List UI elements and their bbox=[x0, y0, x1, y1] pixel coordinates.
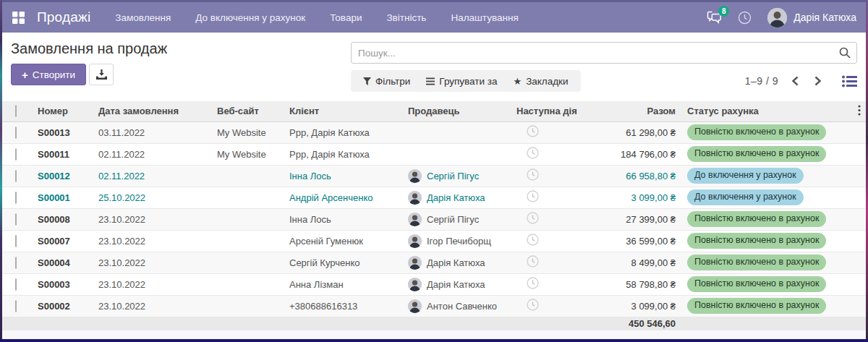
menu-to-invoice[interactable]: До включення у рахунок bbox=[195, 12, 305, 23]
activity-clock-icon[interactable] bbox=[527, 125, 539, 137]
salesperson-avatar bbox=[408, 278, 422, 291]
activity-clock-icon[interactable] bbox=[527, 168, 539, 181]
website-cell bbox=[211, 187, 284, 208]
row-checkbox[interactable] bbox=[15, 213, 17, 226]
invoice-status-cell: Повністю включено в рахунок bbox=[681, 121, 856, 143]
select-all-checkbox[interactable] bbox=[15, 105, 17, 117]
row-checkbox[interactable] bbox=[15, 235, 17, 247]
website-cell bbox=[211, 273, 284, 295]
customer-cell: Ррр, Дарія Катюха bbox=[284, 121, 402, 143]
search-options-bar: Фільтри Групувати за ★ Закладки bbox=[351, 70, 581, 92]
activities-button[interactable] bbox=[738, 11, 752, 25]
customer-cell: Андрій Арсенченко bbox=[284, 187, 402, 208]
salesperson-cell: Дарія Катюха bbox=[402, 187, 511, 208]
column-header-total[interactable]: Разом bbox=[583, 101, 681, 121]
menu-settings[interactable]: Налаштування bbox=[451, 12, 518, 23]
activity-clock-icon[interactable] bbox=[527, 255, 539, 268]
total-cell: 61 298,00 ₴ bbox=[583, 121, 681, 143]
column-header-invoice-status[interactable]: Статус рахунка bbox=[681, 101, 856, 121]
column-header-order-date[interactable]: Дата замовлення bbox=[93, 101, 211, 121]
table-row[interactable]: S00007 23.10.2022 Арсеній Гуменюк Ігор П… bbox=[0, 230, 868, 252]
salesperson-avatar bbox=[408, 234, 422, 248]
total-cell: 58 798,80 ₴ bbox=[583, 273, 681, 295]
menu-reporting[interactable]: Звітність bbox=[386, 12, 426, 23]
row-checkbox[interactable] bbox=[15, 170, 17, 182]
menu-orders[interactable]: Замовлення bbox=[115, 12, 171, 23]
order-date-cell: 03.11.2022 bbox=[93, 121, 211, 143]
salesperson-cell: Сергій Пігус bbox=[402, 165, 511, 187]
row-checkbox[interactable] bbox=[15, 148, 17, 161]
table-row[interactable]: S00011 02.11.2022 My Website Ррр, Дарія … bbox=[0, 143, 868, 165]
salesperson-cell bbox=[402, 143, 511, 165]
next-activity-cell bbox=[511, 295, 583, 317]
invoice-status-badge: До включення у рахунок bbox=[687, 189, 804, 205]
column-header-salesperson[interactable]: Продавець bbox=[402, 101, 511, 121]
activity-clock-icon[interactable] bbox=[527, 277, 539, 289]
messages-count-badge: 8 bbox=[718, 6, 729, 17]
column-header-customer[interactable]: Клієнт bbox=[284, 101, 402, 121]
total-cell: 66 958,80 ₴ bbox=[583, 165, 681, 187]
apps-grid-icon[interactable] bbox=[12, 11, 25, 25]
pager-next-button[interactable] bbox=[812, 74, 823, 87]
row-checkbox[interactable] bbox=[15, 192, 17, 204]
table-row[interactable]: S00004 23.10.2022 Сергій Курченко Дарія … bbox=[0, 252, 868, 273]
table-row[interactable]: S00002 23.10.2022 +380688616313 Антон Са… bbox=[0, 295, 868, 317]
row-checkbox[interactable] bbox=[15, 278, 17, 291]
list-view: Номер Дата замовлення Веб-сайт Клієнт Пр… bbox=[0, 101, 868, 342]
customer-cell: Анна Лізман bbox=[284, 273, 402, 295]
groupby-label: Групувати за bbox=[439, 76, 497, 87]
next-activity-cell bbox=[511, 208, 583, 230]
invoice-status-badge: Повністю включено в рахунок bbox=[687, 211, 826, 227]
column-options-icon[interactable] bbox=[858, 105, 861, 116]
salesperson-avatar bbox=[408, 169, 422, 183]
order-number-cell: S00003 bbox=[32, 273, 93, 295]
row-checkbox[interactable] bbox=[15, 300, 17, 312]
order-date-cell: 25.10.2022 bbox=[93, 187, 211, 208]
export-button[interactable] bbox=[89, 64, 114, 85]
table-row[interactable]: S00003 23.10.2022 Анна Лізман Дарія Катю… bbox=[0, 273, 868, 295]
table-row[interactable]: S00001 25.10.2022 Андрій Арсенченко Дарі… bbox=[0, 187, 868, 208]
salesperson-cell: Антон Савченко bbox=[402, 295, 511, 317]
footer-total: 450 546,60 bbox=[583, 317, 681, 330]
order-date-cell: 23.10.2022 bbox=[93, 295, 211, 317]
search-input[interactable] bbox=[351, 42, 857, 64]
pager-previous-button[interactable] bbox=[790, 74, 801, 87]
filters-button[interactable]: Фільтри bbox=[355, 70, 418, 92]
list-view-switch-button[interactable] bbox=[842, 75, 857, 87]
activity-clock-icon[interactable] bbox=[527, 190, 539, 202]
total-cell: 3 099,00 ₴ bbox=[583, 187, 681, 208]
favorites-button[interactable]: ★ Закладки bbox=[505, 70, 576, 92]
salesperson-cell bbox=[402, 121, 511, 143]
activity-clock-icon[interactable] bbox=[527, 212, 539, 224]
order-number-cell: S00001 bbox=[32, 187, 93, 208]
invoice-status-badge: Повністю включено в рахунок bbox=[687, 298, 826, 314]
menu-products[interactable]: Товари bbox=[330, 12, 362, 23]
column-header-number[interactable]: Номер bbox=[32, 101, 93, 121]
total-cell: 8 499,00 ₴ bbox=[583, 252, 681, 273]
search-icon[interactable] bbox=[839, 47, 851, 59]
column-header-next-activity[interactable]: Наступна дія bbox=[511, 101, 583, 121]
messages-button[interactable]: 8 bbox=[707, 11, 722, 24]
groupby-button[interactable]: Групувати за bbox=[418, 70, 505, 92]
total-cell: 27 399,00 ₴ bbox=[583, 208, 681, 230]
table-row[interactable]: S00013 03.11.2022 My Website Ррр, Дарія … bbox=[0, 121, 868, 143]
row-checkbox[interactable] bbox=[15, 127, 17, 139]
invoice-status-badge: Повністю включено в рахунок bbox=[687, 276, 826, 292]
table-row[interactable]: S00012 02.11.2022 Інна Лось Сергій Пігус… bbox=[0, 165, 868, 187]
activity-clock-icon[interactable] bbox=[527, 147, 539, 159]
user-avatar bbox=[767, 8, 787, 27]
activity-clock-icon[interactable] bbox=[527, 234, 539, 246]
activity-clock-icon[interactable] bbox=[527, 299, 539, 311]
app-brand[interactable]: Продажі bbox=[37, 9, 90, 25]
row-checkbox[interactable] bbox=[15, 257, 17, 269]
table-row[interactable]: S00008 23.10.2022 Інна Лось Сергій Пігус… bbox=[0, 208, 868, 230]
invoice-status-badge: Повністю включено в рахунок bbox=[687, 124, 826, 140]
pager-value: 1–9 / 9 bbox=[745, 75, 778, 87]
create-button[interactable]: + Створити bbox=[11, 64, 86, 85]
salesperson-cell: Дарія Катюха bbox=[402, 273, 511, 295]
invoice-status-cell: Повністю включено в рахунок bbox=[681, 273, 856, 295]
order-number-cell: S00011 bbox=[32, 143, 93, 165]
column-header-website[interactable]: Веб-сайт bbox=[211, 101, 284, 121]
user-menu[interactable]: Дарія Катюха bbox=[767, 8, 856, 27]
invoice-status-badge: Повністю включено в рахунок bbox=[687, 233, 826, 249]
